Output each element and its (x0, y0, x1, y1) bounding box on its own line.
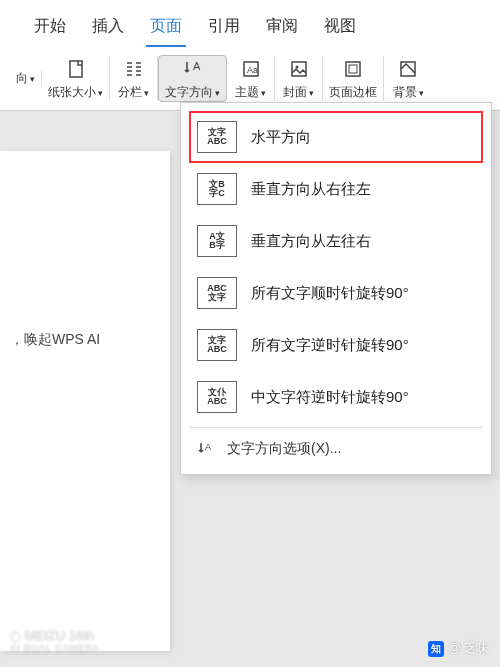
page-border-icon (340, 56, 366, 82)
direction-icon-rotate-cw: ABC文字 (197, 277, 237, 309)
direction-icon-vertical-rtl: 文B字C (197, 173, 237, 205)
dropdown-item-rotate-ccw[interactable]: 文字ABC 所有文字逆时针旋转90° (189, 319, 483, 371)
chevron-down-icon: ▾ (144, 88, 149, 98)
background-icon (395, 56, 421, 82)
tab-page[interactable]: 页面 (146, 10, 186, 47)
direction-icon-rotate-ccw: 文字ABC (197, 329, 237, 361)
svg-text:A: A (193, 60, 201, 72)
direction-icon-chinese-ccw: 文仆ABC (197, 381, 237, 413)
columns-icon (121, 56, 147, 82)
svg-rect-12 (292, 62, 306, 76)
svg-rect-15 (349, 65, 357, 73)
dropdown-label: 水平方向 (251, 128, 311, 147)
dropdown-text-direction-options[interactable]: A 文字方向选项(X)... (189, 432, 483, 466)
toolbar-orientation[interactable]: 向▾ (10, 70, 42, 87)
toolbar-columns[interactable]: 分栏▾ (110, 56, 158, 101)
dropdown-label: 垂直方向从右往左 (251, 180, 371, 199)
direction-icon-vertical-ltr: A文B字 (197, 225, 237, 257)
text-direction-options-icon: A (197, 440, 217, 458)
dropdown-item-horizontal[interactable]: 文字ABC 水平方向 (189, 111, 483, 163)
dropdown-label: 所有文字逆时针旋转90° (251, 336, 409, 355)
chevron-down-icon: ▾ (98, 88, 103, 98)
tab-insert[interactable]: 插入 (88, 10, 128, 47)
toolbar-paper-size[interactable]: 纸张大小▾ (42, 56, 110, 101)
ribbon-tabs: 开始 插入 页面 引用 审阅 视图 (0, 0, 500, 47)
tab-review[interactable]: 审阅 (262, 10, 302, 47)
tab-reference[interactable]: 引用 (204, 10, 244, 47)
svg-rect-16 (401, 62, 415, 76)
svg-rect-14 (346, 62, 360, 76)
dropdown-label: 所有文字顺时针旋转90° (251, 284, 409, 303)
dropdown-item-rotate-cw[interactable]: ABC文字 所有文字顺时针旋转90° (189, 267, 483, 319)
dropdown-label: 中文字符逆时针旋转90° (251, 388, 409, 407)
device-watermark: ◯ MEIZU 16th AI DUAL CAMERA (10, 628, 100, 653)
chevron-down-icon: ▾ (419, 88, 424, 98)
toolbar-cover[interactable]: 封面▾ (275, 56, 323, 101)
document-hint: ，唤起WPS AI (10, 331, 100, 347)
toolbar-text-direction[interactable]: A 文字方向▾ (158, 55, 227, 102)
toolbar-background[interactable]: 背景▾ (384, 56, 432, 101)
text-direction-dropdown: 文字ABC 水平方向 文B字C 垂直方向从右往左 A文B字 垂直方向从左往右 A… (180, 102, 492, 475)
tab-start[interactable]: 开始 (30, 10, 70, 47)
chevron-down-icon: ▾ (261, 88, 266, 98)
dropdown-item-vertical-ltr[interactable]: A文B字 垂直方向从左往右 (189, 215, 483, 267)
svg-text:Aa: Aa (247, 65, 258, 75)
toolbar-theme[interactable]: Aa 主题▾ (227, 56, 275, 101)
tab-view[interactable]: 视图 (320, 10, 360, 47)
zhihu-icon: 知 (428, 641, 444, 657)
svg-text:A: A (205, 442, 211, 452)
paper-size-icon (63, 56, 89, 82)
toolbar-page-border[interactable]: 页面边框 (323, 56, 384, 101)
dropdown-options-label: 文字方向选项(X)... (227, 440, 341, 458)
chevron-down-icon: ▾ (309, 88, 314, 98)
dropdown-item-vertical-rtl[interactable]: 文B字C 垂直方向从右往左 (189, 163, 483, 215)
dropdown-label: 垂直方向从左往右 (251, 232, 371, 251)
zhihu-watermark: 知 @ 乏味 (428, 640, 488, 657)
dropdown-divider (189, 427, 483, 428)
dropdown-item-chinese-ccw[interactable]: 文仆ABC 中文字符逆时针旋转90° (189, 371, 483, 423)
theme-icon: Aa (238, 56, 264, 82)
text-direction-icon: A (180, 56, 206, 82)
chevron-down-icon: ▾ (215, 88, 220, 98)
svg-rect-0 (70, 61, 82, 77)
cover-icon (286, 56, 312, 82)
direction-icon-horizontal: 文字ABC (197, 121, 237, 153)
document-page[interactable]: ，唤起WPS AI (0, 151, 170, 651)
chevron-down-icon: ▾ (30, 74, 35, 84)
